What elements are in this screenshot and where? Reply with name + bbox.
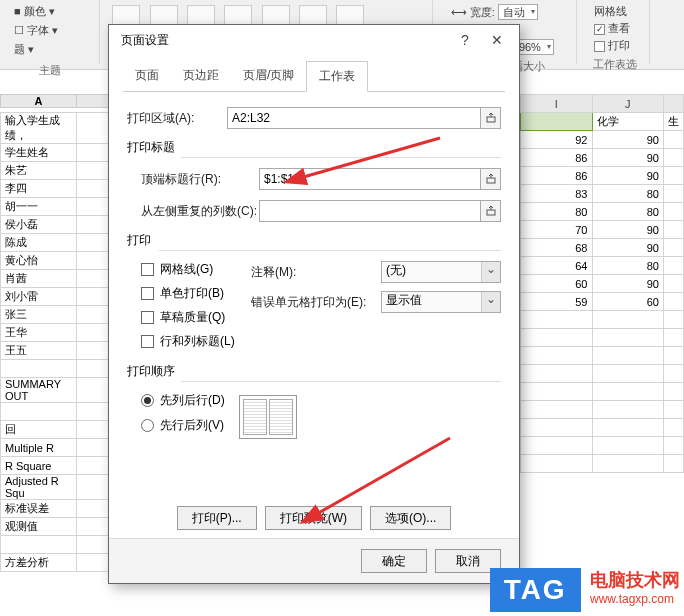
cell[interactable]: 59 xyxy=(521,293,593,311)
cell[interactable]: 方差分析 xyxy=(1,554,77,572)
cell[interactable]: 胡一一 xyxy=(1,198,77,216)
chk-headings[interactable]: 行和列标题(L) xyxy=(141,333,251,350)
top-rows-picker[interactable] xyxy=(481,168,501,190)
cell[interactable] xyxy=(521,401,593,419)
cell[interactable] xyxy=(521,347,593,365)
cell[interactable] xyxy=(1,360,77,378)
cell[interactable] xyxy=(592,401,664,419)
spreadsheet-right[interactable]: I J 化学生929086908690838080807090689064806… xyxy=(520,94,684,616)
cell[interactable]: 80 xyxy=(592,185,664,203)
cell[interactable] xyxy=(521,455,593,473)
ribbon-view[interactable]: 查看 xyxy=(594,21,635,36)
cell[interactable] xyxy=(592,329,664,347)
cell[interactable]: 60 xyxy=(592,293,664,311)
cell[interactable]: R Square xyxy=(1,457,77,475)
left-cols-input[interactable] xyxy=(259,200,481,222)
col-a-header[interactable]: A xyxy=(1,95,77,108)
radio-over-then-down[interactable]: 先行后列(V) xyxy=(141,417,225,434)
cell[interactable]: 王五 xyxy=(1,342,77,360)
cell[interactable]: 李四 xyxy=(1,180,77,198)
cell[interactable]: 83 xyxy=(521,185,593,203)
cell[interactable]: 观测值 xyxy=(1,518,77,536)
ok-button[interactable]: 确定 xyxy=(361,549,427,573)
cell[interactable]: 92 xyxy=(521,131,593,149)
cell[interactable]: 86 xyxy=(521,167,593,185)
cell[interactable] xyxy=(592,383,664,401)
cell[interactable] xyxy=(592,365,664,383)
dialog-titlebar[interactable]: 页面设置 ? ✕ xyxy=(109,25,519,55)
tab-margins[interactable]: 页边距 xyxy=(171,61,231,92)
chk-mono[interactable]: 单色打印(B) xyxy=(141,285,251,302)
cell[interactable]: 化学 xyxy=(592,113,664,131)
cell[interactable] xyxy=(592,311,664,329)
chk-gridlines[interactable]: 网格线(G) xyxy=(141,261,251,278)
tab-sheet[interactable]: 工作表 xyxy=(306,61,368,92)
top-rows-input[interactable] xyxy=(259,168,481,190)
cell[interactable] xyxy=(592,437,664,455)
options-button[interactable]: 选项(O)... xyxy=(370,506,451,530)
print-area-picker[interactable] xyxy=(481,107,501,129)
errors-select[interactable]: 显示值 xyxy=(381,291,501,313)
cell[interactable]: 80 xyxy=(521,203,593,221)
cell[interactable]: Multiple R xyxy=(1,439,77,457)
cell[interactable] xyxy=(592,455,664,473)
cell[interactable] xyxy=(521,383,593,401)
cell[interactable] xyxy=(592,419,664,437)
cell[interactable] xyxy=(592,347,664,365)
cell[interactable]: 刘小雷 xyxy=(1,288,77,306)
ribbon-color[interactable]: ■ 颜色 ▾ xyxy=(14,4,55,19)
cell[interactable] xyxy=(521,329,593,347)
cell[interactable]: Adjusted R Squ xyxy=(1,475,77,500)
cell[interactable]: 90 xyxy=(592,131,664,149)
cell[interactable]: 黄心怡 xyxy=(1,252,77,270)
cell[interactable]: 68 xyxy=(521,239,593,257)
dialog-help-button[interactable]: ? xyxy=(449,27,481,53)
tab-headerfooter[interactable]: 页眉/页脚 xyxy=(231,61,306,92)
cell[interactable]: 70 xyxy=(521,221,593,239)
cell[interactable]: 86 xyxy=(521,149,593,167)
preview-button[interactable]: 打印预览(W) xyxy=(265,506,362,530)
cell[interactable]: 90 xyxy=(592,239,664,257)
cell[interactable]: 90 xyxy=(592,149,664,167)
cell[interactable]: 60 xyxy=(521,275,593,293)
cell[interactable]: 侯小磊 xyxy=(1,216,77,234)
selected-cell[interactable] xyxy=(521,113,593,131)
tab-page[interactable]: 页面 xyxy=(123,61,171,92)
cell[interactable]: 90 xyxy=(592,221,664,239)
cell[interactable]: 输入学生成绩， xyxy=(1,113,77,144)
chk-draft[interactable]: 草稿质量(Q) xyxy=(141,309,251,326)
ribbon-width[interactable]: ⟷ 宽度: 自动 xyxy=(451,4,562,20)
cell[interactable]: 学生姓名 xyxy=(1,144,77,162)
col-i-header[interactable]: I xyxy=(521,95,593,113)
cell[interactable]: 陈成 xyxy=(1,234,77,252)
cell[interactable] xyxy=(1,403,77,421)
left-cols-picker[interactable] xyxy=(481,200,501,222)
cell[interactable]: 90 xyxy=(592,275,664,293)
cell[interactable] xyxy=(521,437,593,455)
cell[interactable] xyxy=(521,419,593,437)
cell[interactable]: 80 xyxy=(592,203,664,221)
cell[interactable]: 肖茜 xyxy=(1,270,77,288)
cell[interactable]: 回 xyxy=(1,421,77,439)
cell[interactable]: 64 xyxy=(521,257,593,275)
print-button[interactable]: 打印(P)... xyxy=(177,506,257,530)
dialog-close-button[interactable]: ✕ xyxy=(481,27,513,53)
radio-down-then-over[interactable]: 先列后行(D) xyxy=(141,392,225,409)
cell[interactable]: 标准误差 xyxy=(1,500,77,518)
col-j-header[interactable]: J xyxy=(592,95,664,113)
cell[interactable] xyxy=(521,365,593,383)
cell[interactable] xyxy=(521,311,593,329)
print-area-input[interactable] xyxy=(227,107,481,129)
ribbon-font[interactable]: ☐ 字体 ▾ xyxy=(14,23,58,38)
cell[interactable]: SUMMARY OUT xyxy=(1,378,77,403)
ribbon-topic1[interactable]: 题 ▾ xyxy=(14,42,34,57)
cell[interactable]: 80 xyxy=(592,257,664,275)
cell[interactable]: 90 xyxy=(592,167,664,185)
cell[interactable]: 朱艺 xyxy=(1,162,77,180)
cell[interactable] xyxy=(1,536,77,554)
ribbon-print[interactable]: 打印 xyxy=(594,38,635,53)
cell[interactable]: 王华 xyxy=(1,324,77,342)
ribbon-gridlines: 网格线 xyxy=(594,4,635,19)
comments-select[interactable]: (无) xyxy=(381,261,501,283)
cell[interactable]: 张三 xyxy=(1,306,77,324)
